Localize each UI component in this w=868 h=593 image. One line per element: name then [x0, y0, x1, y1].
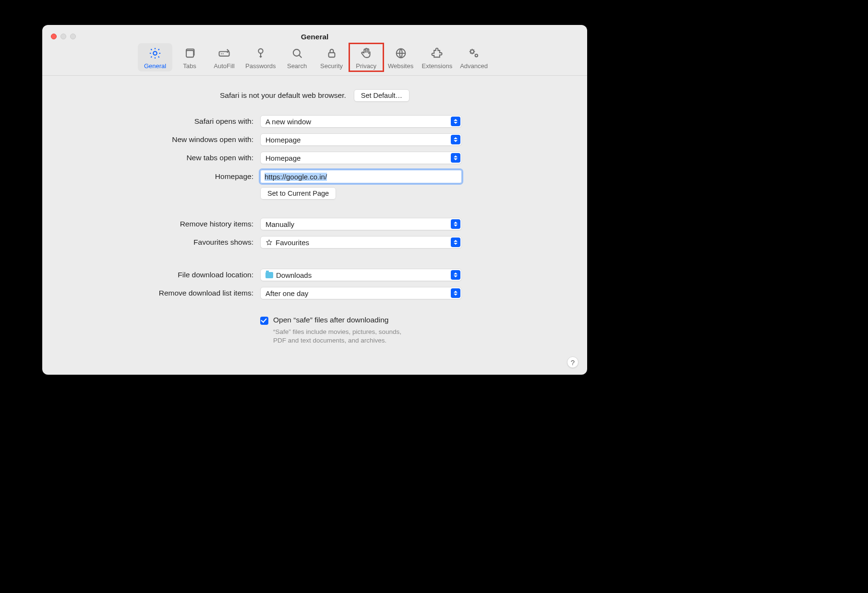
- remove-history-select[interactable]: Manually: [260, 218, 462, 230]
- key-icon: [254, 46, 267, 60]
- general-pane: Safari is not your default web browser. …: [42, 76, 587, 355]
- pencil-field-icon: [217, 46, 231, 60]
- svg-point-3: [221, 53, 222, 54]
- homepage-value: https://google.co.in/: [265, 173, 327, 181]
- remove-history-label: Remove history items:: [61, 220, 253, 228]
- chevrons-icon: [451, 288, 460, 298]
- tab-tabs[interactable]: Tabs: [172, 43, 207, 71]
- select-value: After one day: [265, 289, 308, 297]
- new-tabs-label: New tabs open with:: [61, 154, 253, 162]
- help-button[interactable]: ?: [567, 356, 579, 368]
- new-windows-select[interactable]: Homepage: [260, 133, 462, 146]
- open-safe-files-checkbox[interactable]: [260, 317, 268, 325]
- tab-label: Advanced: [460, 62, 488, 70]
- favourites-label: Favourites shows:: [61, 238, 253, 247]
- svg-point-10: [475, 54, 478, 57]
- chevrons-icon: [451, 219, 460, 229]
- svg-point-0: [153, 51, 157, 55]
- set-default-button[interactable]: Set Default…: [354, 89, 410, 102]
- tabs-icon: [183, 46, 196, 60]
- download-location-select[interactable]: Downloads: [260, 269, 462, 281]
- safe-files-hint-line2: PDF and text documents, and archives.: [273, 336, 462, 345]
- download-location-label: File download location:: [61, 271, 253, 279]
- select-value: Homepage: [265, 136, 301, 144]
- new-tabs-select[interactable]: Homepage: [260, 152, 462, 164]
- select-value: A new window: [265, 118, 311, 126]
- svg-point-9: [470, 50, 474, 53]
- homepage-field[interactable]: https://google.co.in/: [260, 170, 462, 183]
- tab-label: Privacy: [356, 62, 376, 70]
- tab-general[interactable]: General: [138, 43, 172, 71]
- remove-downloads-select[interactable]: After one day: [260, 287, 462, 299]
- select-value: Downloads: [276, 271, 312, 279]
- chevrons-icon: [451, 117, 460, 126]
- select-value: Manually: [265, 220, 294, 228]
- favourites-select[interactable]: Favourites: [260, 236, 462, 249]
- puzzle-icon: [430, 46, 444, 60]
- tab-label: General: [144, 62, 166, 70]
- tab-label: AutoFill: [214, 62, 234, 70]
- remove-downloads-label: Remove download list items:: [61, 289, 253, 297]
- tab-passwords[interactable]: Passwords: [241, 43, 280, 71]
- new-windows-label: New windows open with:: [61, 135, 253, 144]
- tab-search[interactable]: Search: [280, 43, 314, 71]
- preferences-window: General General Tabs AutoFill Passwords: [42, 25, 587, 375]
- tab-label: Websites: [388, 62, 413, 70]
- tab-autofill[interactable]: AutoFill: [207, 43, 241, 71]
- search-icon: [290, 46, 304, 60]
- opens-with-select[interactable]: A new window: [260, 115, 462, 128]
- tab-label: Extensions: [422, 62, 453, 70]
- lock-icon: [325, 46, 338, 60]
- hand-icon: [360, 46, 373, 60]
- chevrons-icon: [451, 270, 460, 280]
- select-value: Homepage: [265, 154, 301, 162]
- tab-label: Passwords: [245, 62, 276, 70]
- default-browser-message: Safari is not your default web browser.: [220, 91, 346, 100]
- chevrons-icon: [451, 135, 460, 144]
- svg-rect-1: [186, 50, 193, 57]
- svg-point-4: [223, 53, 224, 54]
- gear-icon: [148, 46, 162, 60]
- tab-label: Security: [320, 62, 343, 70]
- tab-label: Search: [287, 62, 307, 70]
- star-icon: [265, 239, 273, 246]
- opens-with-label: Safari opens with:: [61, 117, 253, 126]
- set-to-current-page-button[interactable]: Set to Current Page: [260, 187, 336, 200]
- tab-extensions[interactable]: Extensions: [418, 43, 457, 71]
- globe-icon: [394, 46, 408, 60]
- tab-websites[interactable]: Websites: [384, 43, 418, 71]
- tab-advanced[interactable]: Advanced: [456, 43, 492, 71]
- folder-icon: [265, 272, 273, 278]
- select-value: Favourites: [276, 238, 309, 247]
- tab-label: Tabs: [183, 62, 196, 70]
- svg-point-6: [293, 49, 300, 56]
- homepage-label: Homepage:: [61, 172, 253, 181]
- svg-point-5: [258, 49, 263, 53]
- help-icon: ?: [571, 358, 575, 367]
- safe-files-hint-line1: “Safe” files include movies, pictures, s…: [273, 328, 462, 336]
- svg-rect-7: [328, 53, 335, 57]
- open-safe-files-label: Open “safe” files after downloading: [273, 316, 388, 324]
- gears-icon: [467, 46, 481, 60]
- tab-privacy[interactable]: Privacy: [349, 43, 384, 71]
- chevrons-icon: [451, 237, 460, 247]
- tab-security[interactable]: Security: [314, 43, 349, 71]
- chevrons-icon: [451, 153, 460, 163]
- window-title: General: [42, 33, 587, 41]
